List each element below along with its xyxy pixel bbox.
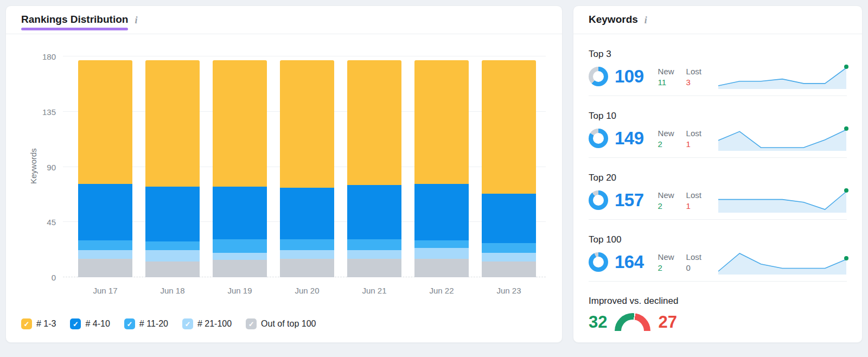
bar-jun-18[interactable] — [145, 60, 200, 277]
lost-value: 0 — [686, 263, 707, 272]
bar-segment-21-100[interactable] — [347, 250, 401, 259]
keywords-card-header: Keywords i — [573, 6, 862, 34]
bar-segment-4-10[interactable] — [280, 188, 334, 239]
y-tick-90: 90 — [47, 162, 56, 171]
sparkline-chart — [718, 126, 847, 151]
new-value: 2 — [658, 139, 679, 149]
bar-segment-11-20[interactable] — [414, 240, 469, 248]
checkbox-checked-icon[interactable]: ✓ — [182, 318, 193, 329]
sparkline-end-dot — [844, 65, 848, 69]
sparkline-end-dot — [844, 126, 848, 131]
legend-label: # 1-3 — [36, 319, 56, 329]
bar-segment-21-100[interactable] — [213, 253, 267, 260]
bar-segment-11-20[interactable] — [347, 239, 401, 250]
keywords-row-top-10: Top 10 149 New 2 Lost 1 — [589, 96, 847, 158]
legend-label: # 11-20 — [139, 319, 168, 329]
sparkline-chart — [718, 188, 847, 213]
legend-item-out-of-top-100[interactable]: ✓Out of top 100 — [246, 318, 316, 329]
bar-segment-out-of-top-100[interactable] — [482, 262, 536, 277]
bar-segment-1-3[interactable] — [482, 60, 536, 194]
checkbox-checked-icon[interactable]: ✓ — [21, 318, 32, 329]
bar-segment-4-10[interactable] — [482, 194, 536, 243]
bar-segment-11-20[interactable] — [482, 243, 536, 253]
x-tick-jun-22: Jun 22 — [414, 286, 469, 295]
declined-value: 27 — [658, 314, 676, 331]
bar-segment-11-20[interactable] — [280, 239, 334, 250]
bars — [63, 56, 546, 277]
bar-segment-4-10[interactable] — [347, 185, 401, 239]
new-value: 2 — [658, 263, 679, 272]
bar-segment-4-10[interactable] — [78, 184, 132, 240]
bar-segment-11-20[interactable] — [213, 239, 267, 253]
x-tick-jun-20: Jun 20 — [280, 286, 334, 295]
rankings-chart: Keywords 04590135180 Jun 17Jun 18Jun 19J… — [6, 34, 562, 342]
sparkline-chart — [718, 250, 847, 275]
keywords-row-top-100: Top 100 164 New 2 Lost 0 — [589, 220, 847, 282]
bar-segment-1-3[interactable] — [280, 60, 334, 188]
info-icon[interactable]: i — [135, 15, 137, 26]
bar-segment-4-10[interactable] — [145, 187, 200, 242]
bar-segment-1-3[interactable] — [347, 60, 401, 186]
new-label: New — [658, 252, 679, 262]
bar-segment-1-3[interactable] — [145, 60, 200, 187]
lost-label: Lost — [686, 190, 707, 200]
bar-jun-20[interactable] — [280, 60, 334, 277]
bar-segment-out-of-top-100[interactable] — [213, 260, 267, 277]
bar-segment-1-3[interactable] — [78, 60, 132, 184]
bar-segment-21-100[interactable] — [414, 248, 469, 259]
checkbox-checked-icon[interactable]: ✓ — [70, 318, 81, 329]
new-value: 11 — [658, 78, 679, 87]
improved-value: 32 — [589, 314, 607, 331]
sparkline-end-dot — [844, 256, 848, 260]
metric-value: 157 — [615, 190, 644, 211]
bar-segment-4-10[interactable] — [414, 184, 469, 240]
y-tick-0: 0 — [52, 273, 56, 282]
bar-jun-17[interactable] — [78, 60, 132, 277]
bar-segment-out-of-top-100[interactable] — [347, 259, 401, 277]
legend-label: # 21-100 — [197, 319, 232, 329]
bar-segment-out-of-top-100[interactable] — [414, 259, 469, 277]
legend-item-21-100[interactable]: ✓# 21-100 — [182, 318, 232, 329]
bar-segment-11-20[interactable] — [145, 241, 200, 250]
bar-jun-21[interactable] — [347, 60, 401, 277]
bar-segment-out-of-top-100[interactable] — [78, 259, 132, 277]
donut-chart — [589, 252, 608, 272]
new-label: New — [658, 129, 679, 138]
legend-label: # 4-10 — [85, 319, 110, 329]
lost-label: Lost — [686, 67, 707, 76]
bar-segment-1-3[interactable] — [414, 60, 469, 184]
x-axis-labels: Jun 17Jun 18Jun 19Jun 20Jun 21Jun 22Jun … — [63, 286, 546, 295]
donut-chart — [589, 190, 608, 210]
row-label: Top 20 — [589, 173, 847, 183]
bar-segment-out-of-top-100[interactable] — [145, 262, 200, 277]
bar-segment-21-100[interactable] — [78, 250, 132, 259]
new-label: New — [658, 67, 679, 76]
bar-segment-1-3[interactable] — [213, 60, 267, 187]
legend-item-4-10[interactable]: ✓# 4-10 — [70, 318, 110, 329]
bar-segment-4-10[interactable] — [213, 187, 267, 239]
checkbox-checked-icon[interactable]: ✓ — [124, 318, 135, 329]
bar-segment-out-of-top-100[interactable] — [280, 259, 334, 277]
bar-segment-11-20[interactable] — [78, 240, 132, 250]
legend-item-11-20[interactable]: ✓# 11-20 — [124, 318, 168, 329]
bar-segment-21-100[interactable] — [280, 250, 334, 259]
bar-jun-22[interactable] — [414, 60, 469, 277]
lost-value: 3 — [686, 78, 707, 87]
plot-area: 04590135180 — [63, 56, 546, 277]
bar-segment-21-100[interactable] — [482, 253, 536, 262]
keywords-row-top-20: Top 20 157 New 2 Lost 1 — [589, 158, 847, 220]
sparkline-end-dot — [844, 188, 848, 193]
bar-segment-21-100[interactable] — [145, 250, 200, 261]
y-tick-45: 45 — [47, 218, 56, 227]
bar-jun-23[interactable] — [482, 60, 536, 277]
bar-jun-19[interactable] — [213, 60, 267, 277]
checkbox-checked-icon[interactable]: ✓ — [246, 318, 257, 329]
row-label: Top 10 — [589, 111, 847, 122]
x-tick-jun-21: Jun 21 — [347, 286, 401, 295]
info-icon[interactable]: i — [644, 15, 647, 26]
keywords-title: Keywords — [589, 14, 638, 25]
rankings-card-header: Rankings Distribution i — [6, 6, 562, 34]
legend-item-1-3[interactable]: ✓# 1-3 — [21, 318, 56, 329]
new-label: New — [658, 190, 679, 200]
metric-value: 164 — [615, 252, 644, 272]
